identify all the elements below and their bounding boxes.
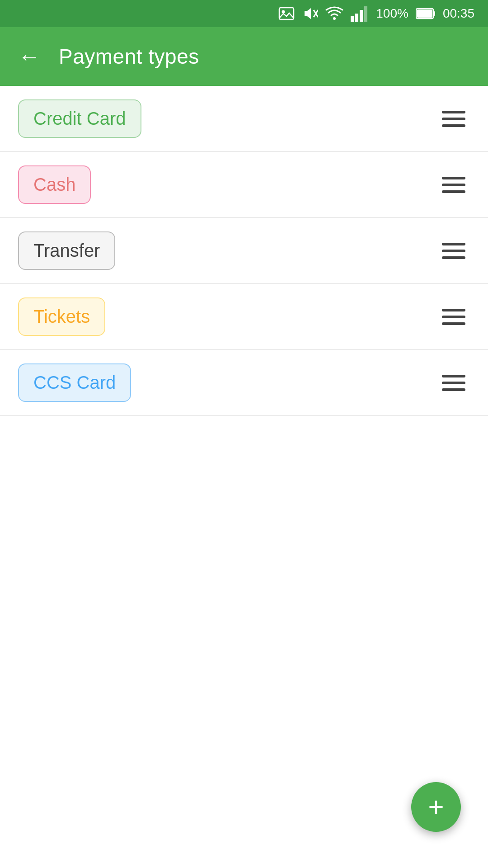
image-icon — [278, 5, 295, 22]
payment-type-label-cash: Cash — [18, 165, 91, 204]
svg-rect-7 — [355, 14, 358, 22]
svg-rect-9 — [364, 6, 367, 22]
svg-rect-0 — [279, 8, 294, 19]
drag-handle-ccs-card[interactable] — [437, 370, 470, 396]
drag-handle-cash[interactable] — [437, 172, 470, 198]
svg-rect-11 — [433, 11, 435, 16]
drag-handle-tickets[interactable] — [437, 304, 470, 330]
add-icon: + — [428, 793, 444, 821]
payment-type-label-ccs-card: CCS Card — [18, 363, 131, 402]
wifi-icon — [325, 5, 343, 22]
list-item[interactable]: Tickets — [0, 284, 488, 350]
list-item[interactable]: CCS Card — [0, 350, 488, 416]
back-button[interactable]: ← — [18, 43, 41, 70]
payment-types-list: Credit Card Cash Transfer Tickets — [0, 86, 488, 416]
mute-icon — [302, 5, 318, 22]
svg-rect-6 — [351, 16, 354, 22]
page-title: Payment types — [59, 44, 199, 69]
payment-type-label-tickets: Tickets — [18, 297, 105, 336]
battery-icon — [416, 7, 436, 20]
add-payment-type-button[interactable]: + — [411, 782, 461, 832]
drag-handle-transfer[interactable] — [437, 238, 470, 264]
svg-rect-8 — [360, 10, 363, 22]
battery-percent: 100% — [376, 6, 408, 21]
list-item[interactable]: Credit Card — [0, 86, 488, 152]
payment-type-label-transfer: Transfer — [18, 231, 115, 270]
svg-rect-12 — [417, 9, 432, 18]
status-bar: 100% 00:35 — [0, 0, 488, 27]
signal-icon — [351, 5, 369, 22]
list-item[interactable]: Transfer — [0, 218, 488, 284]
app-bar: ← Payment types — [0, 27, 488, 86]
svg-marker-2 — [305, 8, 311, 19]
status-icons: 100% 00:35 — [278, 5, 474, 22]
payment-type-label-credit-card: Credit Card — [18, 99, 141, 138]
time-display: 00:35 — [443, 6, 474, 21]
drag-handle-credit-card[interactable] — [437, 106, 470, 132]
svg-point-5 — [333, 17, 336, 20]
list-item[interactable]: Cash — [0, 152, 488, 218]
